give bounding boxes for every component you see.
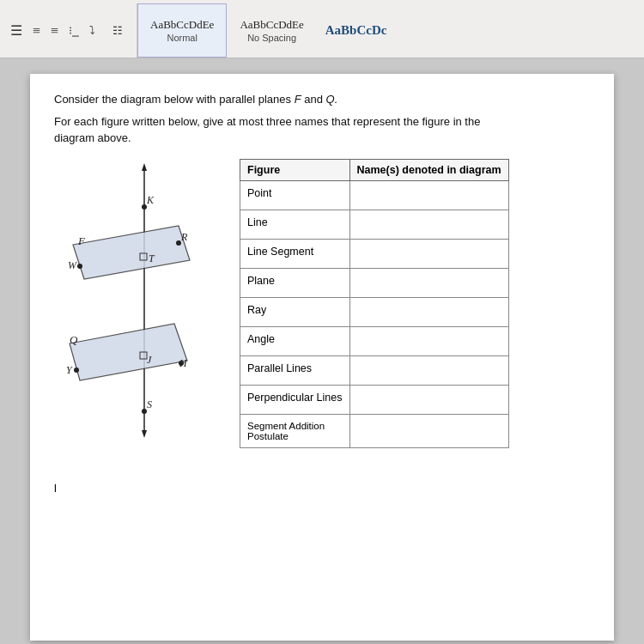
figure-point: Point [240,180,350,210]
style-normal[interactable]: AaBbCcDdEe Normal [137,3,227,58]
table-row: Ray [240,297,509,326]
toolbar: ☰ ≡ ≡ ⁝⎯ ⤵ ☷ AaBbCcDdEe Normal AaBbCcDdE… [0,0,644,58]
table-row: Plane [240,268,509,297]
names-perpendicular-lines[interactable] [349,385,508,414]
svg-point-8 [142,204,147,210]
footnote-area: l [54,480,590,495]
names-segment-addition[interactable] [349,414,508,447]
col-names-header: Name(s) denoted in diagram [349,159,508,180]
table-row: Angle [240,326,509,355]
diagram-container: F R W T K [54,159,226,454]
style-heading1[interactable]: AaBbCcDc [317,3,396,58]
label-Q: Q [70,333,78,346]
figure-line-segment: Line Segment [240,239,350,268]
footnote-l: l [54,482,57,495]
plane-f-label: F [295,93,301,106]
align-justify-icon[interactable]: ≡ [47,21,62,40]
label-F: F [77,234,86,247]
intro-and: and [301,93,326,106]
intro-text-3: diagram above. [54,131,131,144]
list-icon[interactable]: ⁝⎯ [65,22,82,39]
names-point[interactable] [349,180,508,210]
table-container: Figure Name(s) denoted in diagram Point … [240,159,590,454]
label-K: K [146,194,155,206]
svg-marker-2 [142,430,147,438]
align-left-icon[interactable]: ☰ [7,21,26,40]
table-row: Line Segment [240,239,509,268]
style-no-spacing[interactable]: AaBbCcDdEe No Spacing [227,3,316,58]
svg-marker-9 [70,324,187,380]
instruction-text: Consider the diagram below with parallel… [54,91,590,147]
table-row: Parallel Lines [240,355,509,385]
style-no-spacing-label: No Spacing [247,33,296,43]
figure-line: Line [240,210,350,239]
svg-point-5 [77,264,82,269]
plane-q-label: Q. [326,93,338,106]
label-Y: Y [66,364,73,376]
table-row: Perpendicular Lines [240,385,509,414]
style-normal-preview: AaBbCcDdEe [150,18,214,32]
names-plane[interactable] [349,268,508,297]
table-row: Point [240,180,509,210]
figure-angle: Angle [240,326,350,355]
document: Consider the diagram below with parallel… [30,74,614,641]
toolbar-left: ☰ ≡ ≡ ⁝⎯ ⤵ ☷ [0,3,137,58]
figure-ray: Ray [240,297,350,326]
border-icon[interactable]: ☷ [109,22,126,39]
geometry-diagram: F R W T K [54,159,217,451]
figure-table: Figure Name(s) denoted in diagram Point … [240,159,509,448]
figure-perpendicular-lines: Perpendicular Lines [240,385,350,414]
figure-segment-addition: Segment AdditionPostulate [240,414,350,447]
label-R: R [180,231,188,243]
names-line-segment[interactable] [349,239,508,268]
names-ray[interactable] [349,297,508,326]
names-angle[interactable] [349,326,508,355]
svg-point-12 [74,368,79,373]
svg-marker-3 [73,226,190,279]
style-gallery: AaBbCcDdEe Normal AaBbCcDdEe No Spacing … [137,3,395,58]
svg-point-13 [142,409,147,414]
label-J: J [147,354,152,366]
svg-marker-1 [142,163,147,171]
intro-text-2: For each figure written below, give at m… [54,115,480,128]
col-figure-header: Figure [240,159,350,180]
label-W: W [68,259,77,271]
intro-text-1: Consider the diagram below with parallel… [54,93,295,106]
style-no-spacing-preview: AaBbCcDdEe [240,18,303,32]
label-S: S [147,398,152,410]
names-line[interactable] [349,210,508,239]
svg-point-11 [179,361,184,366]
svg-point-4 [176,240,181,246]
figure-plane: Plane [240,268,350,297]
table-row: Line [240,210,509,239]
indent-icon[interactable]: ⤵ [86,22,99,39]
names-parallel-lines[interactable] [349,355,508,385]
figure-parallel-lines: Parallel Lines [240,355,350,385]
style-normal-label: Normal [167,33,197,43]
content-area: F R W T K [54,159,590,454]
style-heading1-preview: AaBbCcDc [325,23,387,38]
align-center-icon[interactable]: ≡ [29,21,44,40]
table-row: Segment AdditionPostulate [240,414,509,447]
